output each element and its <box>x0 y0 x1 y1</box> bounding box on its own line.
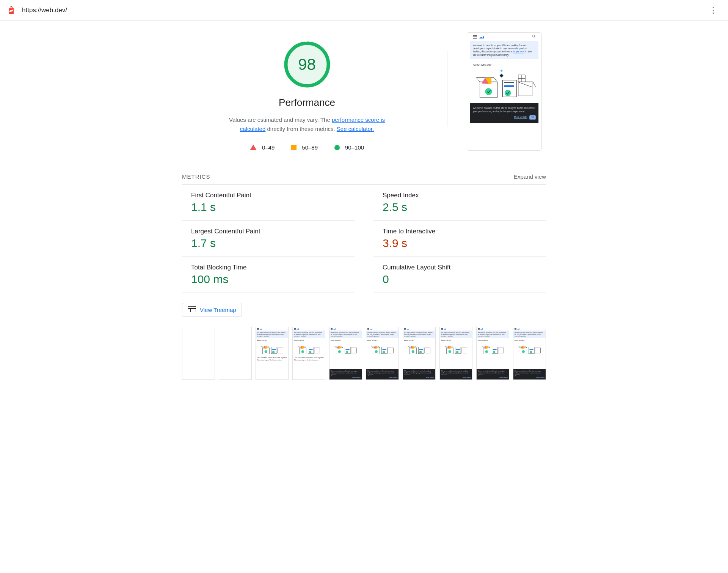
metric-name: Total Blocking Time <box>191 264 353 271</box>
svg-point-70 <box>419 351 422 353</box>
search-icon <box>532 35 536 39</box>
svg-point-85 <box>485 350 488 353</box>
svg-point-34 <box>272 351 275 353</box>
view-treemap-button[interactable]: View Treemap <box>182 303 242 317</box>
webdev-logo-icon <box>479 35 484 38</box>
preview-about-label: About web.dev <box>470 59 538 68</box>
svg-point-3 <box>533 35 535 37</box>
svg-point-43 <box>309 351 311 353</box>
metric-name: First Contentful Paint <box>191 192 353 199</box>
expand-view-link[interactable]: Expand view <box>514 173 546 180</box>
treemap-icon <box>188 306 196 313</box>
svg-rect-24 <box>188 306 196 312</box>
svg-rect-44 <box>314 348 320 353</box>
svg-line-4 <box>535 37 535 38</box>
preview-more-details-link: More details <box>514 116 527 119</box>
score-value: 98 <box>282 40 332 89</box>
metric-row: First Contentful Paint1.1 s <box>182 185 355 221</box>
filmstrip-frame[interactable]: ⌕We want to hear from you! We are lookin… <box>513 327 546 380</box>
filmstrip-frame[interactable]: ⌕We want to hear from you! We are lookin… <box>292 327 325 380</box>
svg-rect-98 <box>535 348 540 353</box>
svg-rect-78 <box>456 349 460 350</box>
svg-rect-87 <box>493 349 497 350</box>
filmstrip-frame[interactable]: ⌕We want to hear from you! We are lookin… <box>366 327 399 380</box>
svg-point-67 <box>412 350 414 353</box>
score-description: Values are estimated and may vary. The p… <box>224 115 391 134</box>
svg-rect-21 <box>499 74 503 77</box>
svg-rect-60 <box>383 349 386 350</box>
svg-rect-71 <box>425 348 430 353</box>
filmstrip-frame[interactable] <box>182 327 215 380</box>
vertical-divider <box>447 51 447 127</box>
metric-value: 1.1 s <box>191 201 353 214</box>
metric-row: Largest Contentful Paint1.7 s <box>182 221 355 257</box>
header-bar: https://web.dev/ ⋮ <box>0 0 728 21</box>
desc-text-1: Values are estimated and may vary. The <box>229 116 332 123</box>
more-menu-icon[interactable]: ⋮ <box>706 4 720 17</box>
pass-circle-icon <box>334 145 340 150</box>
svg-marker-15 <box>518 82 536 87</box>
svg-point-97 <box>530 351 532 353</box>
metric-name: Time to Interactive <box>383 228 544 235</box>
metric-value: 3.9 s <box>383 237 544 250</box>
preview-cookie-text: We serve cookies on this site to analyze… <box>473 106 536 113</box>
filmstrip-frame[interactable]: ⌕We want to hear from you! We are lookin… <box>476 327 509 380</box>
svg-rect-14 <box>518 82 532 96</box>
lighthouse-icon <box>8 6 15 15</box>
svg-point-31 <box>265 350 267 353</box>
page-screenshot-preview: We want to hear from you! We are looking… <box>467 32 542 151</box>
metric-row: Speed Index2.5 s <box>373 185 546 221</box>
desc-text-2: directly from these metrics. <box>265 126 337 132</box>
svg-point-49 <box>338 350 341 353</box>
svg-point-9 <box>485 88 492 95</box>
metrics-section-title: Metrics <box>182 173 210 180</box>
view-treemap-label: View Treemap <box>200 307 236 313</box>
metric-name: Speed Index <box>383 192 544 199</box>
score-gauge: 98 <box>282 40 332 89</box>
svg-point-52 <box>346 351 348 353</box>
svg-rect-53 <box>351 348 356 353</box>
svg-rect-42 <box>309 349 313 350</box>
svg-rect-33 <box>272 349 276 350</box>
svg-rect-80 <box>461 348 467 353</box>
metric-value: 100 ms <box>191 273 353 286</box>
svg-point-58 <box>375 350 378 353</box>
svg-rect-12 <box>504 85 514 87</box>
filmstrip-frame[interactable] <box>219 327 252 380</box>
average-square-icon <box>291 145 297 150</box>
svg-point-79 <box>456 351 458 353</box>
svg-rect-62 <box>388 348 393 353</box>
see-calculator-link[interactable]: See calculator. <box>337 126 374 132</box>
filmstrip-frame[interactable]: ⌕We want to hear from you! We are lookin… <box>329 327 362 380</box>
category-title: Performance <box>279 97 335 109</box>
svg-point-40 <box>301 350 304 353</box>
performance-summary: 98 Performance Values are estimated and … <box>182 32 432 151</box>
fail-triangle-icon <box>250 145 257 150</box>
metric-name: Cumulative Layout Shift <box>383 264 544 271</box>
metric-value: 1.7 s <box>191 237 353 250</box>
metric-row: Cumulative Layout Shift0 <box>373 257 546 293</box>
legend-average-label: 50–89 <box>302 144 318 151</box>
svg-rect-96 <box>530 349 533 350</box>
svg-point-94 <box>522 350 525 353</box>
svg-rect-89 <box>498 348 504 353</box>
svg-rect-0 <box>10 7 13 8</box>
metric-row: Total Blocking Time100 ms <box>182 257 355 293</box>
filmstrip-frame[interactable]: ⌕We want to hear from you! We are lookin… <box>403 327 436 380</box>
svg-point-61 <box>383 351 385 353</box>
page-url: https://web.dev/ <box>22 6 67 14</box>
metric-value: 2.5 s <box>383 201 544 214</box>
metric-name: Largest Contentful Paint <box>191 228 353 235</box>
filmstrip-frame[interactable]: ⌕We want to hear from you! We are lookin… <box>256 327 289 380</box>
svg-rect-69 <box>419 349 423 350</box>
preview-banner-link: Apply now <box>513 50 525 53</box>
svg-point-76 <box>449 350 451 353</box>
score-legend: 0–49 50–89 90–100 <box>250 144 364 151</box>
metric-row: Time to Interactive3.9 s <box>373 221 546 257</box>
filmstrip-frame[interactable]: ⌕We want to hear from you! We are lookin… <box>439 327 472 380</box>
svg-point-13 <box>505 90 511 96</box>
legend-pass-label: 90–100 <box>345 144 364 151</box>
hamburger-icon <box>473 35 477 38</box>
svg-rect-51 <box>346 349 350 350</box>
legend-fail-label: 0–49 <box>262 144 275 151</box>
